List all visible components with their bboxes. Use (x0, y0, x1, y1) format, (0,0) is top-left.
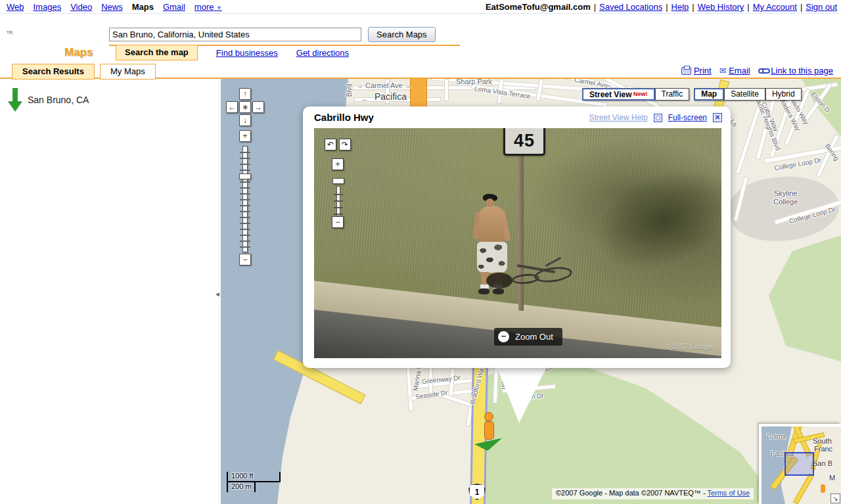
tab-search-results[interactable]: Search Results (12, 64, 95, 80)
scale-meters: 200 m (227, 482, 256, 492)
nav-saved-locations-link[interactable]: Saved Locations (599, 2, 662, 12)
result-label: San Bruno, CA (28, 95, 89, 105)
map-type-traffic-button[interactable]: Traffic (655, 88, 690, 101)
separator: | (594, 2, 596, 12)
nav-maps-current: Maps (132, 2, 154, 12)
account-nav: EatSomeTofu@gmail.com|Saved Locations|He… (486, 2, 837, 12)
result-tabs: Search ResultsMy Maps (12, 64, 156, 80)
new-badge: New! (631, 91, 647, 97)
nav-web-link[interactable]: Web (7, 2, 24, 12)
overview-viewport-rectangle[interactable] (784, 452, 814, 476)
rotate-right-button[interactable]: ↷ (339, 139, 351, 150)
overview-map-canvas[interactable]: ColmaSouthFrancPacificaSan BM ↘ (761, 426, 841, 504)
tab-get-directions[interactable]: Get directions (296, 48, 349, 58)
map-type-street-view-button[interactable]: Street View New! (582, 88, 655, 101)
sv-zoom-slider-ticks (334, 189, 343, 215)
link-to-this-page-link[interactable]: Link to this page (771, 66, 833, 76)
top-navigation-bar: WebImagesVideoNewsMapsGmailmore ▼ EatSom… (0, 0, 841, 14)
zoom-out-button[interactable]: − (239, 254, 251, 265)
nav-web-history-link[interactable]: Web History (698, 2, 744, 12)
printer-icon (681, 67, 691, 75)
nav-images-link[interactable]: Images (34, 2, 62, 12)
road-segment (735, 103, 762, 175)
terms-of-use-link[interactable]: Terms of Use (707, 489, 750, 497)
map-label-skyline: Skyline (774, 189, 797, 197)
trademark-symbol: ™ (7, 30, 11, 36)
sv-zoom-in-button[interactable]: + (332, 158, 344, 170)
maps-logo-text: Maps (64, 46, 93, 59)
map-type-buttons: Street View New!TrafficMapSatelliteHybri… (582, 88, 802, 101)
map-label-sharp-park: Sharp Park (456, 79, 492, 85)
close-icon[interactable]: ✕ (713, 113, 722, 122)
man-shoe (493, 288, 504, 294)
nav-news-link[interactable]: News (101, 2, 123, 12)
google-maps-logo[interactable]: ™ Maps (7, 16, 108, 62)
link-icon (758, 68, 769, 74)
fullscreen-icon[interactable] (654, 114, 662, 122)
pegman-marker[interactable] (484, 421, 494, 440)
map-type-satellite-button[interactable]: Satellite (724, 88, 765, 101)
sv-zoom-out-button[interactable]: − (332, 216, 344, 228)
header: ™ Maps Search Maps Search the mapFind bu… (0, 14, 841, 63)
sidebar-collapse-arrow-icon[interactable]: ◄ (214, 290, 221, 298)
nav-help-link[interactable]: Help (671, 2, 689, 12)
tab-my-maps[interactable]: My Maps (100, 64, 156, 80)
bicycle-wheel (511, 273, 539, 285)
nav-my-account-link[interactable]: My Account (753, 2, 797, 12)
google-maps-page: WebImagesVideoNewsMapsGmailmore ▼ EatSom… (0, 0, 841, 504)
overview-toggle-button[interactable]: ↘ (830, 493, 840, 503)
pan-up-button[interactable]: ↑ (239, 88, 251, 100)
map-scale-bar: 1000 ft 200 m (227, 472, 281, 492)
copyright-text: ©2007 Google - Map data ©2007 NAVTEQ™ - (556, 489, 707, 497)
sv-zoom-slider-handle[interactable] (332, 178, 344, 184)
zoom-slider-ticks (240, 147, 250, 251)
nav-more-menu[interactable]: more ▼ (194, 2, 231, 12)
tab-search-the-map[interactable]: Search the map (116, 45, 198, 60)
map-type-hybrid-button[interactable]: Hybrid (765, 88, 802, 101)
print-link[interactable]: Print (694, 66, 712, 76)
search-input[interactable] (109, 28, 361, 41)
search-result-item[interactable]: San Bruno, CA (8, 88, 89, 112)
nav-video-link[interactable]: Video (70, 2, 92, 12)
street-view-popup: Cabrillo Hwy Street View Help Full-scree… (303, 106, 731, 368)
zoom-out-button-overlay[interactable]: − Zoom Out (494, 328, 562, 346)
pan-center-button[interactable]: ∗ (239, 101, 251, 113)
overview-label-franc: Franc (814, 445, 832, 453)
man-torso (478, 205, 505, 244)
nav-sign-out-link[interactable]: Sign out (806, 2, 837, 12)
separator: | (666, 2, 668, 12)
map-label-pacifica: Pacifica (375, 91, 407, 102)
bicycle-frame (545, 257, 561, 267)
road-segment (444, 79, 449, 101)
zoom-slider-handle[interactable] (239, 173, 251, 179)
tab-find-businesses[interactable]: Find businesses (216, 48, 278, 58)
email-icon: ✉ (719, 66, 727, 76)
zoom-out-label: Zoom Out (515, 332, 553, 342)
rotate-left-button[interactable]: ↶ (325, 139, 336, 150)
street-view-image[interactable]: 45 ↶ (314, 128, 721, 358)
map-label-: ← (361, 95, 369, 103)
man-camo-shorts (477, 242, 507, 273)
map-label-seaside-dr: Seaside Dr (415, 389, 448, 401)
popup-header-links: Street View Help Full-screen ✕ (589, 113, 722, 122)
street-view-help-link[interactable]: Street View Help (589, 113, 647, 122)
minus-circle-icon: − (498, 331, 509, 342)
map-label-blvd: Blvd (346, 84, 353, 97)
pan-down-button[interactable]: ↓ (239, 114, 251, 126)
separator: | (747, 2, 749, 12)
zoom-in-button[interactable]: + (239, 130, 251, 142)
map-type-map-button[interactable]: Map (694, 88, 724, 101)
action-print: Print (681, 66, 711, 76)
overview-label-south: South (813, 437, 832, 445)
fullscreen-link[interactable]: Full-screen (668, 113, 707, 122)
map-attribution: ©2007 Google - Map data ©2007 NAVTEQ™ - … (552, 488, 754, 499)
email-link[interactable]: Email (729, 66, 750, 76)
search-maps-button[interactable]: Search Maps (368, 27, 436, 42)
nav-gmail-link[interactable]: Gmail (163, 2, 185, 12)
chevron-down-icon: ▼ (216, 5, 222, 11)
pan-left-button[interactable]: ← (226, 101, 238, 113)
street-view-controls: ↶ ↷ + − (325, 139, 364, 231)
pan-right-button[interactable]: → (252, 101, 264, 113)
map-pan-zoom-control: ↑ ← ∗ → ↓ + − (226, 88, 264, 271)
pegman-marker-head (484, 412, 493, 421)
